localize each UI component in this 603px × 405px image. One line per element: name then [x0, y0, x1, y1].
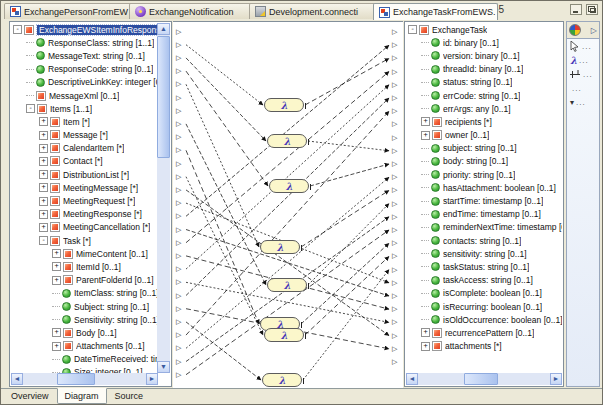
expander-plus-icon[interactable]: +: [52, 262, 61, 271]
scroll-up-icon[interactable]: ▲: [157, 23, 170, 35]
expander-plus-icon[interactable]: +: [39, 131, 48, 140]
mapping-canvas[interactable]: ▷▷▷▷▷▷▷▷▷▷▷▷▷▷▷▷▷▷▷▷▷▷▷▷▷▷▷▷▷▷▷▷▷▷▷▷▷▷▷▷…: [173, 21, 403, 389]
expander-minus-icon[interactable]: -: [39, 236, 48, 245]
scroll-left-icon[interactable]: ◄: [11, 373, 23, 385]
source-tree-item[interactable]: ItemClass: string [0..1]: [11, 287, 158, 300]
target-port[interactable]: ▷: [392, 41, 397, 48]
source-port[interactable]: ▷: [176, 265, 181, 272]
mapping-edge[interactable]: [186, 71, 268, 186]
target-tree-item[interactable]: errCode: string [0..1]: [406, 89, 562, 102]
expander-plus-icon[interactable]: +: [39, 144, 48, 153]
source-port[interactable]: ▷: [176, 54, 181, 61]
restore-icon[interactable]: [586, 4, 598, 15]
source-port[interactable]: ▷: [176, 358, 181, 365]
target-port[interactable]: ▷: [392, 213, 397, 220]
target-tree-item[interactable]: +recipients [*]: [406, 115, 562, 128]
target-tree-item[interactable]: threadId: binary [0..1]: [406, 63, 562, 76]
target-tree-item[interactable]: priority: string [0..1]: [406, 168, 562, 181]
target-tree-item[interactable]: endTime: timestamp [0..1]: [406, 208, 562, 221]
target-port[interactable]: ▷: [392, 292, 397, 299]
view-tab-diagram[interactable]: Diagram: [57, 388, 107, 404]
target-port[interactable]: ▷: [392, 239, 397, 246]
target-port[interactable]: ▷: [392, 54, 397, 61]
target-tree-item[interactable]: version: binary [0..1]: [406, 49, 562, 62]
mapping-edge[interactable]: [305, 256, 389, 335]
palette-tool-caret[interactable]: ▾...: [567, 95, 599, 109]
source-port[interactable]: ▷: [176, 94, 181, 101]
expander-plus-icon[interactable]: +: [421, 131, 430, 140]
target-port[interactable]: ▷: [392, 28, 397, 35]
right-horizontal-scrollbar[interactable]: ◄ ►: [406, 373, 562, 385]
target-port[interactable]: ▷: [392, 279, 397, 286]
target-port[interactable]: ▷: [392, 160, 397, 167]
expander-plus-icon[interactable]: +: [39, 197, 48, 206]
scrollbar-thumb[interactable]: [57, 373, 95, 385]
left-horizontal-scrollbar[interactable]: ◄ ►: [11, 373, 158, 385]
palette-tool-lambda[interactable]: λ...: [567, 53, 599, 67]
target-port[interactable]: ▷: [392, 134, 397, 141]
target-port[interactable]: ▷: [392, 120, 397, 127]
source-tree-item[interactable]: +Message [*]: [11, 129, 158, 142]
expander-minus-icon[interactable]: -: [26, 104, 35, 113]
source-tree-item[interactable]: +ItemId [0..1]: [11, 260, 158, 273]
target-tree-item[interactable]: errArgs: any [0..1]: [406, 102, 562, 115]
target-tree-item[interactable]: hasAttachment: boolean [0..1]: [406, 181, 562, 194]
expander-plus-icon[interactable]: +: [52, 249, 61, 258]
source-port[interactable]: ▷: [176, 133, 181, 140]
source-port[interactable]: ▷: [176, 239, 181, 246]
mapping-edge[interactable]: [308, 141, 389, 151]
target-port[interactable]: ▷: [392, 318, 397, 325]
editor-tab-0[interactable]: ExchangePersonFromEW: [4, 3, 139, 19]
expander-plus-icon[interactable]: +: [52, 328, 61, 337]
expander-plus-icon[interactable]: +: [421, 328, 430, 337]
source-tree-item[interactable]: Sensitivity: string [0..1]: [11, 313, 158, 326]
editor-tab-2[interactable]: Development.connecti: [249, 3, 383, 19]
mapping-edge[interactable]: [186, 45, 263, 105]
mapping-edge[interactable]: [303, 270, 389, 380]
target-tree-item[interactable]: sensitivity: string [0..1]: [406, 247, 562, 260]
expander-plus-icon[interactable]: +: [421, 342, 430, 351]
view-tab-overview[interactable]: Overview: [3, 389, 57, 404]
target-port[interactable]: ▷: [392, 68, 397, 75]
target-tree-item[interactable]: contacts: string [0..1]: [406, 234, 562, 247]
lambda-node[interactable]: λ: [267, 278, 307, 292]
source-tree-item[interactable]: +MimeContent [0..1]: [11, 247, 158, 260]
target-tree-item[interactable]: status: string [0..1]: [406, 76, 562, 89]
source-port[interactable]: ▷: [176, 292, 181, 299]
expander-plus-icon[interactable]: +: [421, 117, 430, 126]
scrollbar-thumb[interactable]: [157, 36, 170, 158]
source-tree-item[interactable]: DescriptiveLinkKey: integer [0..1]: [11, 76, 158, 89]
source-tree-item[interactable]: Subject: string [0..1]: [11, 300, 158, 313]
mapping-edge[interactable]: [186, 150, 259, 324]
source-tree-item[interactable]: +Item [*]: [11, 115, 158, 128]
mapping-edge[interactable]: [308, 204, 389, 285]
target-port[interactable]: ▷: [392, 332, 397, 339]
source-tree-item[interactable]: MessageXml [0..1]: [11, 89, 158, 102]
scrollbar-thumb[interactable]: [464, 373, 498, 385]
target-tree-item[interactable]: subject: string [0..1]: [406, 142, 562, 155]
source-port[interactable]: ▷: [176, 344, 181, 351]
source-port[interactable]: ▷: [176, 67, 181, 74]
left-vertical-scrollbar[interactable]: ▲ ▼: [157, 23, 170, 373]
source-port[interactable]: ▷: [176, 278, 181, 285]
expander-plus-icon[interactable]: +: [39, 170, 48, 179]
minimize-icon[interactable]: [570, 4, 582, 15]
source-port[interactable]: ▷: [176, 212, 181, 219]
target-port[interactable]: ▷: [392, 94, 397, 101]
mapping-edge[interactable]: [186, 98, 389, 296]
palette-collapse-icon[interactable]: ▷: [591, 26, 597, 35]
source-port[interactable]: ▷: [176, 199, 181, 206]
mapping-edge[interactable]: [186, 58, 266, 141]
source-tree-item[interactable]: -ExchangeEWSItemInfoResponse: [11, 23, 158, 36]
target-port[interactable]: ▷: [392, 147, 397, 154]
mapping-edge[interactable]: [186, 84, 259, 247]
editor-tab-1[interactable]: ExchangeNotification: [129, 3, 259, 19]
target-port[interactable]: ▷: [392, 345, 397, 352]
mapping-edge[interactable]: [310, 164, 389, 186]
source-tree-item[interactable]: +ParentFolderId [0..1]: [11, 274, 158, 287]
target-tree-item[interactable]: +attachments [*]: [406, 340, 562, 353]
lambda-node[interactable]: λ: [260, 240, 300, 254]
target-tree-item[interactable]: -ExchangeTask: [406, 23, 562, 36]
source-port[interactable]: ▷: [176, 80, 181, 87]
lambda-node[interactable]: λ: [264, 98, 304, 112]
